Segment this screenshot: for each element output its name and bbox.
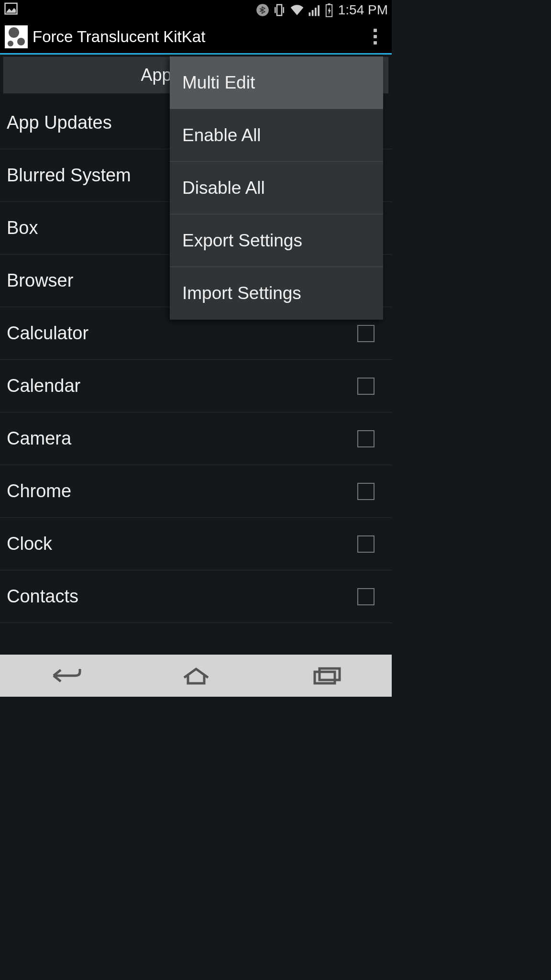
app-row[interactable]: Calendar (0, 360, 392, 412)
app-row-label: Contacts (7, 586, 357, 607)
svg-rect-5 (309, 12, 310, 16)
svg-rect-13 (320, 668, 340, 680)
menu-item-enable-all[interactable]: Enable All (170, 109, 383, 162)
action-bar: Force Translucent KitKat (0, 20, 392, 55)
app-row-label: Chrome (7, 481, 357, 501)
overflow-icon (374, 29, 377, 45)
menu-item-export-settings[interactable]: Export Settings (170, 214, 383, 267)
app-checkbox[interactable] (357, 430, 375, 447)
app-icon (5, 25, 28, 48)
overflow-menu-button[interactable] (363, 25, 387, 49)
signal-icon (308, 3, 322, 17)
svg-rect-2 (277, 5, 282, 16)
app-title: Force Translucent KitKat (33, 28, 363, 46)
back-icon (46, 665, 85, 686)
gallery-icon (4, 1, 18, 16)
vibrate-icon (272, 3, 287, 17)
nav-recents-button[interactable] (261, 655, 392, 697)
svg-rect-8 (318, 5, 320, 16)
navigation-bar (0, 655, 392, 697)
nav-back-button[interactable] (0, 655, 131, 697)
nav-home-button[interactable] (131, 655, 261, 697)
menu-item-multi-edit[interactable]: Multi Edit (170, 56, 383, 109)
app-row[interactable]: Camera (0, 412, 392, 465)
svg-marker-11 (328, 7, 331, 15)
bluetooth-icon (256, 3, 269, 17)
app-row[interactable]: Chrome (0, 465, 392, 518)
app-checkbox[interactable] (357, 378, 375, 395)
wifi-icon (289, 2, 305, 18)
app-row-label: Camera (7, 428, 357, 449)
app-row-label: Calculator (7, 323, 357, 344)
home-icon (179, 665, 213, 686)
app-row[interactable]: Clock (0, 518, 392, 570)
app-checkbox[interactable] (357, 483, 375, 500)
svg-rect-12 (315, 672, 335, 683)
menu-item-import-settings[interactable]: Import Settings (170, 267, 383, 320)
svg-rect-6 (311, 10, 313, 16)
battery-charging-icon (325, 3, 333, 17)
status-time: 1:54 PM (338, 2, 388, 18)
recents-icon (309, 665, 344, 686)
overflow-popup-menu: Multi Edit Enable All Disable All Export… (170, 56, 383, 320)
app-checkbox[interactable] (357, 588, 375, 605)
app-checkbox[interactable] (357, 325, 375, 342)
app-row-label: Calendar (7, 376, 357, 396)
svg-rect-7 (315, 8, 317, 16)
svg-rect-10 (328, 3, 330, 5)
status-bar: 1:54 PM (0, 0, 392, 20)
app-row[interactable]: Contacts (0, 570, 392, 623)
app-checkbox[interactable] (357, 535, 375, 553)
app-row-label: Clock (7, 534, 357, 554)
menu-item-disable-all[interactable]: Disable All (170, 162, 383, 214)
